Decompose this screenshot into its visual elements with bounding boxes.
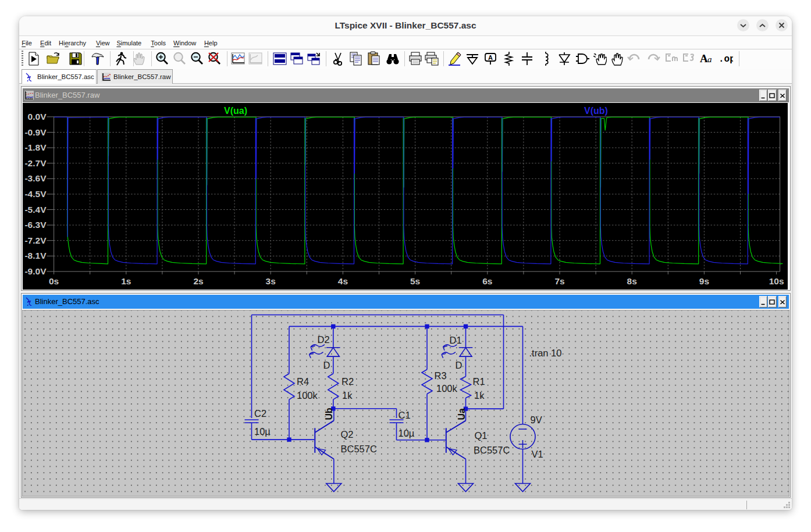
svg-text:-6.3V: -6.3V — [24, 220, 47, 230]
svg-text:V(ub): V(ub) — [584, 105, 608, 115]
svg-text:3s: 3s — [266, 276, 276, 285]
svg-text:-4.5V: -4.5V — [24, 188, 47, 198]
svg-text:a: a — [707, 55, 712, 64]
svg-text:-8.1V: -8.1V — [24, 251, 47, 260]
svg-text:100k: 100k — [297, 390, 318, 400]
svg-text:-9.0V: -9.0V — [24, 266, 47, 276]
svg-text:-0.9V: -0.9V — [24, 127, 47, 137]
svg-text:Ub: Ub — [324, 407, 334, 420]
svg-text:V1: V1 — [532, 448, 543, 459]
svg-text:-3.6V: -3.6V — [24, 173, 47, 183]
svg-text:-2.7V: -2.7V — [24, 158, 47, 167]
svg-text:C1: C1 — [399, 409, 411, 420]
svg-text:.tran 10: .tran 10 — [529, 347, 562, 358]
svg-text:10µ: 10µ — [399, 427, 415, 438]
svg-text:7s: 7s — [554, 276, 564, 285]
svg-text:2s: 2s — [193, 276, 203, 285]
svg-text:5s: 5s — [410, 276, 420, 285]
svg-text:9s: 9s — [699, 276, 709, 285]
svg-text:1k: 1k — [474, 390, 485, 400]
svg-text:10µ: 10µ — [254, 426, 271, 436]
svg-text:6s: 6s — [482, 276, 492, 285]
svg-text:8s: 8s — [627, 276, 637, 285]
svg-text:D: D — [456, 359, 463, 370]
svg-text:V(ua): V(ua) — [224, 105, 247, 115]
svg-text:0.0V: 0.0V — [28, 111, 47, 121]
svg-text:R1: R1 — [473, 376, 485, 386]
svg-text:-7.2V: -7.2V — [24, 235, 47, 245]
svg-text:BC557C: BC557C — [474, 444, 510, 455]
svg-text:R4: R4 — [297, 376, 309, 386]
svg-text:Q2: Q2 — [341, 429, 354, 439]
svg-text:100k: 100k — [436, 383, 458, 394]
svg-text:A: A — [488, 54, 493, 61]
svg-text:D2: D2 — [318, 334, 330, 344]
svg-text:R3: R3 — [435, 370, 447, 380]
svg-text:D1: D1 — [450, 334, 462, 345]
svg-text:BC557C: BC557C — [341, 443, 377, 454]
svg-text:.op: .op — [718, 54, 733, 65]
svg-text:C2: C2 — [254, 408, 266, 418]
svg-text:1s: 1s — [121, 276, 131, 285]
svg-text:-1.8V: -1.8V — [24, 142, 47, 152]
svg-text:10s: 10s — [769, 276, 784, 285]
svg-text:D: D — [323, 359, 330, 370]
svg-text:R2: R2 — [342, 376, 354, 386]
svg-text:1k: 1k — [342, 390, 353, 400]
svg-text:-5.4V: -5.4V — [24, 204, 47, 214]
svg-text:Q1: Q1 — [475, 430, 488, 440]
svg-text:9V: 9V — [531, 414, 542, 424]
svg-text:0s: 0s — [49, 276, 59, 285]
svg-text:4s: 4s — [338, 276, 348, 285]
svg-text:Ua: Ua — [457, 408, 467, 420]
svg-text:A: A — [700, 52, 708, 65]
